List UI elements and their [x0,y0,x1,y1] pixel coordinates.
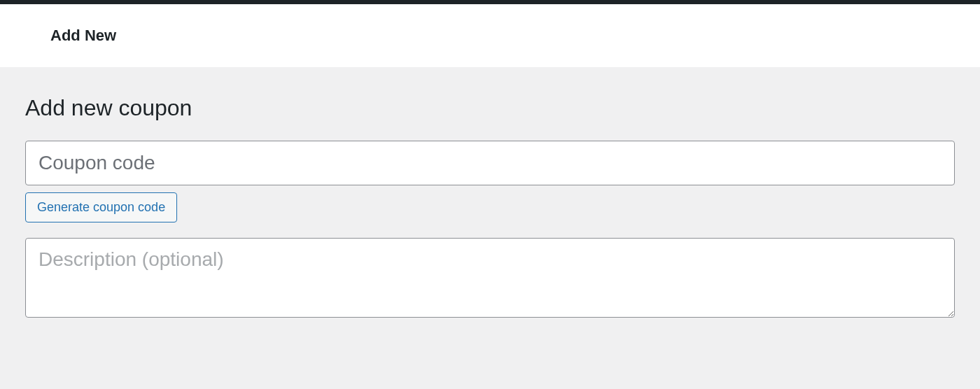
header-section: Add New [0,4,980,67]
header-title: Add New [50,27,980,45]
page-heading: Add new coupon [25,95,955,121]
content-area: Add new coupon Generate coupon code [0,67,980,320]
coupon-code-input[interactable] [25,141,955,185]
description-textarea[interactable] [25,238,955,318]
generate-coupon-code-button[interactable]: Generate coupon code [25,192,177,222]
